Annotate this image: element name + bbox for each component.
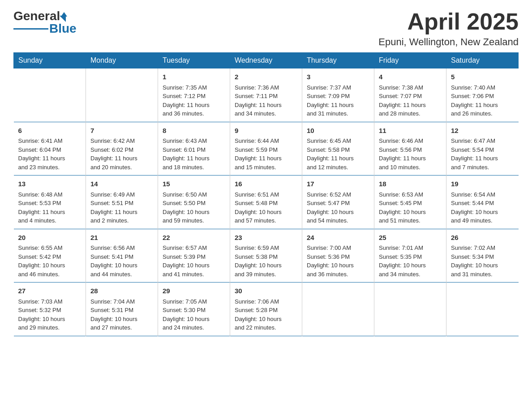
- day-info-line: Daylight: 11 hours: [163, 101, 225, 110]
- day-info-line: Daylight: 10 hours: [235, 208, 297, 217]
- day-info-line: and 49 minutes.: [451, 216, 514, 225]
- day-info-line: Sunset: 5:45 PM: [379, 199, 442, 208]
- calendar-cell: 23Sunrise: 6:59 AMSunset: 5:38 PMDayligh…: [230, 229, 302, 283]
- calendar-cell: [374, 283, 446, 336]
- day-of-week-header: Tuesday: [158, 53, 230, 68]
- logo: General Blue: [13, 9, 77, 36]
- day-info-line: Daylight: 11 hours: [163, 154, 225, 163]
- day-number: 18: [379, 179, 442, 189]
- day-info-line: Sunset: 6:02 PM: [90, 146, 153, 154]
- day-number: 25: [379, 233, 442, 243]
- day-info-line: and 10 minutes.: [379, 163, 442, 172]
- day-info-line: and 7 minutes.: [451, 163, 514, 172]
- day-info-line: and 34 minutes.: [235, 109, 297, 118]
- day-info-line: Sunset: 5:47 PM: [307, 199, 369, 208]
- day-number: 28: [90, 286, 153, 296]
- day-info-line: Daylight: 11 hours: [235, 154, 297, 163]
- page-header: General Blue April 2025 Epuni, Wellingto…: [13, 9, 519, 48]
- day-number: 15: [163, 179, 225, 189]
- day-info-line: Daylight: 11 hours: [379, 101, 442, 110]
- day-info-line: Sunrise: 6:49 AM: [90, 190, 153, 199]
- day-info-line: Daylight: 11 hours: [90, 208, 153, 217]
- day-number: 20: [18, 233, 82, 243]
- calendar-cell: [446, 283, 519, 336]
- day-info-line: and 4 minutes.: [18, 216, 82, 225]
- day-number: 3: [307, 72, 369, 82]
- calendar-cell: 19Sunrise: 6:54 AMSunset: 5:44 PMDayligh…: [446, 176, 519, 229]
- calendar-cell: 6Sunrise: 6:41 AMSunset: 6:04 PMDaylight…: [14, 122, 86, 176]
- day-number: 13: [18, 179, 82, 189]
- day-number: 24: [307, 233, 369, 243]
- day-info-line: Sunrise: 7:38 AM: [379, 83, 442, 92]
- day-info-line: Sunrise: 6:57 AM: [163, 244, 225, 253]
- calendar-cell: 18Sunrise: 6:53 AMSunset: 5:45 PMDayligh…: [374, 176, 446, 229]
- day-number: 10: [307, 126, 369, 136]
- day-info-line: and 41 minutes.: [163, 270, 225, 279]
- day-info-line: Sunset: 5:35 PM: [379, 253, 442, 261]
- day-info-line: Sunset: 6:04 PM: [18, 146, 82, 154]
- day-info-line: and 57 minutes.: [235, 216, 297, 225]
- day-info-line: and 39 minutes.: [235, 270, 297, 279]
- calendar-cell: 28Sunrise: 7:04 AMSunset: 5:31 PMDayligh…: [86, 283, 158, 336]
- day-of-week-header: Saturday: [446, 53, 519, 68]
- logo-blue-text: Blue: [49, 21, 77, 36]
- day-of-week-header: Monday: [86, 53, 158, 68]
- calendar-cell: 10Sunrise: 6:45 AMSunset: 5:58 PMDayligh…: [302, 122, 374, 176]
- day-info-line: and 15 minutes.: [235, 163, 297, 172]
- day-info-line: Sunset: 5:39 PM: [163, 253, 225, 261]
- day-info-line: Daylight: 10 hours: [235, 261, 297, 270]
- day-number: 12: [451, 126, 514, 136]
- day-info-line: Sunset: 7:06 PM: [451, 92, 514, 101]
- calendar-cell: 11Sunrise: 6:46 AMSunset: 5:56 PMDayligh…: [374, 122, 446, 176]
- day-info-line: Daylight: 11 hours: [235, 101, 297, 110]
- day-info-line: Sunset: 5:58 PM: [307, 146, 369, 154]
- day-number: 29: [163, 286, 225, 296]
- day-info-line: Sunset: 5:31 PM: [90, 306, 153, 315]
- day-info-line: and 44 minutes.: [90, 270, 153, 279]
- day-info-line: Sunrise: 6:45 AM: [307, 137, 369, 146]
- day-number: 9: [235, 126, 297, 136]
- day-info-line: and 27 minutes.: [90, 323, 153, 332]
- day-info-line: Daylight: 10 hours: [235, 315, 297, 324]
- calendar-week-row: 6Sunrise: 6:41 AMSunset: 6:04 PMDaylight…: [14, 122, 519, 176]
- day-info-line: Daylight: 10 hours: [18, 261, 82, 270]
- calendar-cell: [14, 68, 86, 122]
- day-info-line: Sunrise: 6:56 AM: [90, 244, 153, 253]
- calendar-cell: 20Sunrise: 6:55 AMSunset: 5:42 PMDayligh…: [14, 229, 86, 283]
- calendar-cell: 13Sunrise: 6:48 AMSunset: 5:53 PMDayligh…: [14, 176, 86, 229]
- day-info-line: Sunset: 5:30 PM: [163, 306, 225, 315]
- day-number: 14: [90, 179, 153, 189]
- day-info-line: and 18 minutes.: [163, 163, 225, 172]
- calendar-cell: 4Sunrise: 7:38 AMSunset: 7:07 PMDaylight…: [374, 68, 446, 122]
- day-info-line: and 23 minutes.: [18, 163, 82, 172]
- day-info-line: Sunset: 5:48 PM: [235, 199, 297, 208]
- day-info-line: Sunset: 7:12 PM: [163, 92, 225, 101]
- day-of-week-header: Wednesday: [230, 53, 302, 68]
- day-number: 16: [235, 179, 297, 189]
- calendar-cell: [302, 283, 374, 336]
- day-info-line: Sunset: 5:34 PM: [451, 253, 514, 261]
- day-info-line: Sunset: 5:54 PM: [451, 146, 514, 154]
- day-info-line: Daylight: 10 hours: [451, 208, 514, 217]
- day-info-line: Sunrise: 6:59 AM: [235, 244, 297, 253]
- day-info-line: Sunset: 5:28 PM: [235, 306, 297, 315]
- day-of-week-header: Sunday: [14, 53, 86, 68]
- day-info-line: and 36 minutes.: [307, 270, 369, 279]
- day-info-line: Daylight: 10 hours: [307, 208, 369, 217]
- calendar-cell: 16Sunrise: 6:51 AMSunset: 5:48 PMDayligh…: [230, 176, 302, 229]
- day-info-line: Sunset: 5:36 PM: [307, 253, 369, 261]
- calendar-cell: 26Sunrise: 7:02 AMSunset: 5:34 PMDayligh…: [446, 229, 519, 283]
- day-info-line: Daylight: 10 hours: [163, 315, 225, 324]
- day-info-line: and 31 minutes.: [307, 109, 369, 118]
- day-info-line: Sunrise: 6:54 AM: [451, 190, 514, 199]
- day-info-line: Sunset: 5:38 PM: [235, 253, 297, 261]
- day-info-line: Sunrise: 7:37 AM: [307, 83, 369, 92]
- day-info-line: Sunset: 7:07 PM: [379, 92, 442, 101]
- day-info-line: Daylight: 10 hours: [163, 208, 225, 217]
- day-info-line: Sunrise: 6:48 AM: [18, 190, 82, 199]
- day-info-line: Sunrise: 6:50 AM: [163, 190, 225, 199]
- day-info-line: Sunset: 5:59 PM: [235, 146, 297, 154]
- day-info-line: Sunrise: 6:51 AM: [235, 190, 297, 199]
- day-number: 26: [451, 233, 514, 243]
- day-info-line: Daylight: 10 hours: [307, 261, 369, 270]
